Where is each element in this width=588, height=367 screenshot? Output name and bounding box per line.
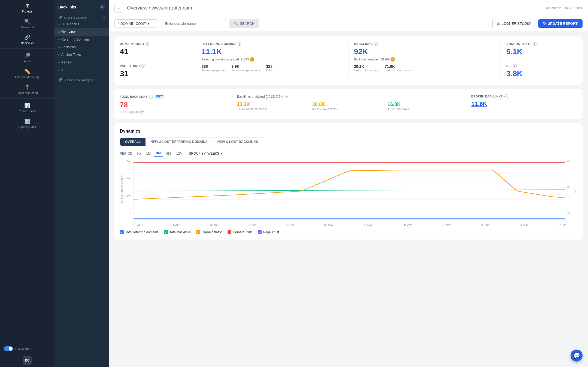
panel-item-overview[interactable]: Overview [54, 28, 109, 36]
anchor-texts-label: ANCHOR TEXTS i [506, 42, 572, 46]
dynamics-title: Dynamics [120, 129, 577, 134]
sidebar: ⊞ Projects 🔍 Research 🔗 Backlinks 🔎 Audi… [0, 0, 54, 367]
collapse-icon[interactable]: ▾ [103, 16, 105, 19]
legend-check-backlinks[interactable]: ✓ [164, 230, 168, 234]
panel-item-anchor-texts[interactable]: Anchor Texts [54, 51, 109, 59]
y-label-60k: 60K [127, 194, 131, 197]
sidebar-item-agency-pack[interactable]: 🏢 Agency Pack [0, 115, 54, 131]
page-trust-info[interactable]: i [141, 64, 145, 68]
page-trust-label: PAGE TRUST i [120, 64, 190, 68]
back-icon: ← [117, 6, 120, 10]
period-3m[interactable]: 3M [154, 151, 163, 157]
sidebar-item-label: Agency Pack [19, 125, 36, 129]
referring-domains-info[interactable]: i [238, 42, 241, 46]
chat-bubble[interactable]: 💬 [571, 350, 583, 362]
new-menu-label: New Menu UI [15, 347, 34, 350]
sidebar-item-projects[interactable]: ⊞ Projects [0, 0, 54, 16]
domain-trust-info[interactable]: i [146, 42, 149, 46]
x-label-20may: 20 May [403, 224, 412, 227]
referring-stat-internal: 9.9K To internal pages only [232, 64, 261, 72]
backlinks-info-2[interactable]: ! [390, 57, 395, 62]
y-axis-right-label: DT, PT [574, 186, 577, 193]
tab-new-lost-referring[interactable]: NEW & LOST REFERRING DOMAINS [146, 138, 212, 146]
sidebar-item-label: Projects [22, 10, 33, 13]
toxic-medium-label: 14.3% Medium toxicity [237, 107, 310, 111]
chart-x-axis: 01 Apr 08 Apr 15 Apr 22 Apr 29 Apr 06 Ma… [134, 224, 566, 227]
backlinks-info[interactable]: i [374, 42, 378, 46]
search-button[interactable]: 🔍 SEARCH [229, 19, 259, 28]
referring-domains-breakdown: 880 To homepage only 9.9K To internal pa… [202, 64, 343, 72]
domain-selector[interactable]: *.DOMAIN.COM/* ▾ [114, 19, 158, 28]
update-label: UPDATE REPORT [548, 22, 578, 26]
sidebar-item-backlinks[interactable]: 🔗 Backlinks [0, 32, 54, 47]
toxic-medium-value: 13.2K [237, 102, 310, 107]
sidebar-item-audit[interactable]: 🔎 Audit [0, 50, 54, 66]
sidebar-item-label: Local Marketing [17, 91, 38, 94]
dynamics-tabs: OVERALL NEW & LOST REFERRING DOMAINS NEW… [120, 137, 263, 146]
referring-domains-info-2[interactable]: ! [250, 57, 254, 62]
chart-legend: ✓ Total referring domains ✓ Total backli… [120, 230, 577, 234]
tab-new-lost-backlinks[interactable]: NEW & LOST BACKLINKS [213, 138, 263, 146]
report-builder-icon: 📊 [24, 102, 30, 108]
toxic-low: 30.6K 33.3% Low toxicity [312, 102, 385, 111]
panel-item-pages[interactable]: Pages [54, 59, 109, 66]
domain-trust-value: 41 [120, 47, 190, 56]
tab-overall[interactable]: OVERALL [120, 138, 146, 146]
period-1m[interactable]: 1M [144, 151, 153, 156]
legend-check-domain-trust[interactable]: ✓ [228, 230, 231, 234]
looker-studio-button[interactable]: ◎ LOOKER STUDIO [492, 19, 535, 28]
legend-check-page-trust[interactable]: ✓ [258, 230, 262, 234]
toxic-breakdown-section: Backlinks analyzed (60131/92K) ⟳ 13.2K 1… [237, 94, 460, 111]
referring-domains-analyzed: Referring domains analyzed: 11073 ! [202, 57, 343, 62]
domain-trust-section: DOMAIN TRUST i 41 PAGE TRUST i 31 [120, 42, 196, 79]
back-button[interactable]: ← [114, 4, 123, 13]
broken-label: BROKEN BACKLINKS i [471, 94, 577, 98]
toxic-info[interactable]: i [149, 95, 153, 99]
new-menu-toggle[interactable] [4, 346, 13, 351]
update-report-button[interactable]: ↻ UPDATE REPORT [538, 19, 583, 28]
broken-value[interactable]: 11.6K [471, 100, 577, 108]
sidebar-item-label: Backlinks [21, 41, 34, 45]
last-check-text: Last check: June 26, 2024 [544, 6, 583, 10]
sidebar-item-local-marketing[interactable]: 📍 Local Marketing [0, 81, 54, 97]
backlinks-icon: 🔗 [24, 34, 30, 40]
projects-icon: ⊞ [24, 3, 30, 9]
search-icon: 🔍 [234, 22, 238, 26]
group-by-selector[interactable]: GROUP BY: WEEKS ▾ [189, 152, 222, 155]
x-label-06may: 06 May [324, 224, 333, 227]
legend-check-organic[interactable]: ✓ [196, 230, 200, 234]
stats-card: DOMAIN TRUST i 41 PAGE TRUST i 31 [114, 36, 583, 85]
toxic-low-label: 33.3% Low toxicity [312, 107, 385, 111]
panel-item-ips[interactable]: IPs [54, 66, 109, 74]
looker-icon: ◎ [497, 22, 500, 26]
panel-item-backlinks[interactable]: Backlinks [54, 43, 109, 51]
toxic-nontoxic-label: 17.7% Non-toxic [387, 107, 460, 111]
anchor-texts-info[interactable]: i [533, 42, 537, 46]
toxic-analyzed-text: Backlinks analyzed (60131/92K) ⟳ [237, 94, 460, 99]
backlinks-value: 92K [354, 47, 495, 56]
period-12m[interactable]: 12M [174, 151, 185, 156]
panel-item-all-reports[interactable]: ↵ All Reports [54, 20, 109, 28]
user-avatar[interactable]: DC [23, 356, 32, 365]
backlink-checker-label: 🔗 Backlink Checker ▾ [54, 14, 109, 20]
dot [58, 47, 60, 48]
sidebar-item-content-marketing[interactable]: ✏️ Content Marketing [0, 66, 54, 81]
backlink-gap-label: 🔗 Backlink Gap Analyzer [54, 76, 109, 83]
period-6m[interactable]: 6M [164, 151, 173, 156]
ips-info[interactable]: i [513, 64, 517, 68]
main-content: ← Overview / www.mrrooter.com Last check… [109, 0, 588, 367]
sidebar-item-report-builder[interactable]: 📊 Report Builder [0, 100, 54, 115]
y-axis-left-label: REF. DOMAINS, BACKLINKS [121, 175, 123, 204]
search-input[interactable] [161, 19, 226, 28]
panel-close-button[interactable]: ✕ [99, 4, 105, 10]
broken-info[interactable]: i [504, 94, 508, 98]
x-label-01apr: 01 Apr [134, 224, 141, 227]
sidebar-item-research[interactable]: 🔍 Research [0, 16, 54, 32]
sidebar-item-label: Research [21, 26, 34, 29]
content-marketing-icon: ✏️ [24, 68, 30, 74]
panel-item-referring-domains[interactable]: Referring Domains [54, 36, 109, 43]
period-7d[interactable]: 7D [134, 151, 143, 156]
refresh-icon: ↻ [543, 22, 546, 26]
legend-organic-traffic: ✓ Organic traffic [196, 230, 222, 234]
legend-check-referring[interactable]: ✓ [120, 230, 124, 234]
